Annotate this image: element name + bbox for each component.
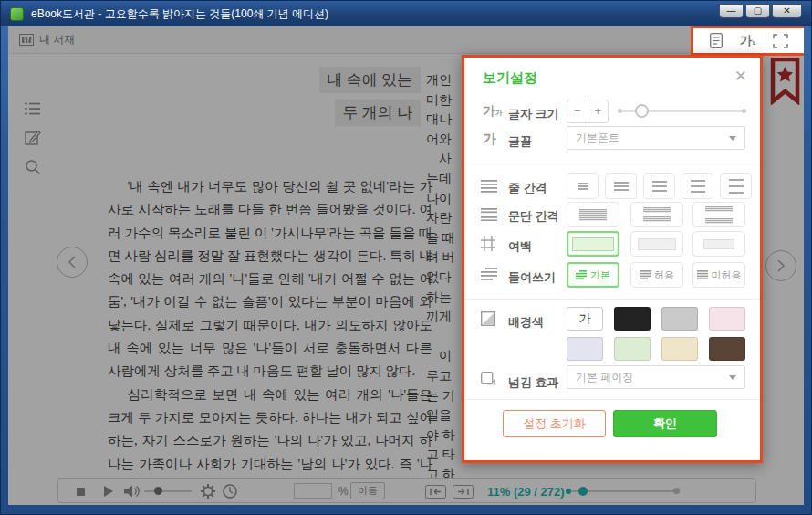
page-turn-effect-select[interactable]: 기본 페이징: [567, 365, 745, 389]
font-size-slider-handle[interactable]: [635, 104, 649, 118]
maximize-button[interactable]: ▢: [745, 4, 770, 18]
font-size-stepper: − +: [567, 100, 609, 123]
minimize-button[interactable]: —: [719, 4, 744, 18]
line-spacing-option-4[interactable]: [682, 173, 713, 199]
reader-content: 내 서재 내 속에 있는 두 개의 나 '내 속엔 내가: [8, 26, 804, 505]
background-color-icon: [481, 311, 495, 326]
window-title: eBook도서관 - 고요할수록 밝아지는 것들(100쇄 기념 에디션): [31, 6, 328, 22]
page-turn-effect-value: 기본 페이징: [576, 371, 633, 384]
font-size-slider-min-dot: [618, 109, 622, 113]
bg-swatch-pink[interactable]: [709, 307, 745, 331]
app-window: eBook도서관 - 고요할수록 밝아지는 것들(100쇄 기념 에디션) — …: [0, 0, 812, 515]
paragraph-spacing-option-3[interactable]: [692, 202, 745, 227]
bg-swatch-brown[interactable]: [709, 337, 745, 361]
font-size-icon: 가가: [483, 103, 503, 120]
indent-option-default[interactable]: 기본: [567, 262, 619, 288]
close-window-button[interactable]: ✕: [772, 4, 802, 18]
bg-swatch-dark[interactable]: [614, 307, 651, 331]
indent-disallow-icon: [697, 270, 708, 279]
window-titlebar: eBook도서관 - 고요할수록 밝아지는 것들(100쇄 기념 에디션) — …: [1, 1, 811, 26]
line-spacing-option-5[interactable]: [720, 173, 752, 199]
paragraph-spacing-icon: [481, 208, 497, 221]
margin-option-1-selected[interactable]: [567, 231, 619, 257]
indent-option-label: 허용: [654, 268, 674, 282]
margin-icon: [481, 236, 495, 251]
indent-label: 들여쓰기: [508, 269, 556, 286]
close-panel-icon[interactable]: ✕: [734, 67, 747, 86]
indent-icon: [481, 268, 497, 280]
app-logo-icon: [10, 7, 24, 21]
margin-option-2[interactable]: [630, 231, 683, 257]
line-spacing-option-1[interactable]: [567, 173, 599, 199]
view-settings-icon[interactable]: 가ʟ: [740, 33, 756, 49]
divider: [464, 399, 760, 400]
font-size-decrease-button[interactable]: −: [567, 100, 588, 122]
font-label: 글꼴: [508, 133, 532, 150]
line-spacing-label: 줄 간격: [508, 180, 547, 196]
indent-option-disallow[interactable]: 미허용: [692, 262, 745, 288]
indent-option-allow[interactable]: 허용: [630, 262, 683, 288]
page-turn-effect-label: 넘김 효과: [508, 374, 559, 391]
view-settings-panel: 보기설정 ✕ 가가 글자 크기 − + 가 글꼴 기본폰트 줄 간격: [462, 55, 763, 463]
font-select-value: 기본폰트: [576, 131, 619, 144]
font-select[interactable]: 기본폰트: [567, 126, 745, 150]
paragraph-spacing-option-1[interactable]: [567, 202, 619, 227]
paragraph-spacing-option-2[interactable]: [630, 202, 683, 227]
bg-swatch-cream[interactable]: [661, 337, 698, 361]
line-spacing-option-3[interactable]: [643, 173, 675, 199]
indent-option-label: 미허용: [712, 268, 742, 282]
reset-settings-button[interactable]: 설정 초기화: [503, 410, 606, 437]
background-color-label: 배경색: [508, 314, 544, 331]
indent-option-label: 기본: [590, 268, 610, 282]
view-tools-highlight-box: 가ʟ: [691, 26, 804, 56]
font-icon: 가: [483, 131, 496, 148]
margin-option-3[interactable]: [692, 231, 745, 257]
line-spacing-icon: [481, 180, 497, 193]
paragraph-spacing-label: 문단 간격: [508, 208, 559, 225]
page-turn-effect-icon: [481, 372, 495, 385]
font-size-increase-button[interactable]: +: [588, 100, 609, 122]
font-size-slider-max-dot: [742, 109, 746, 113]
margin-label: 여백: [508, 238, 532, 255]
indent-default-icon: [576, 270, 587, 279]
font-size-label: 글자 크기: [508, 106, 559, 122]
bg-swatch-green[interactable]: [614, 337, 651, 361]
indent-allow-icon: [640, 270, 651, 279]
divider: [464, 163, 760, 163]
line-spacing-option-2[interactable]: [605, 173, 637, 199]
fullscreen-icon[interactable]: [773, 34, 788, 48]
bg-swatch-white[interactable]: 가: [567, 307, 603, 331]
bg-swatch-gray[interactable]: [661, 307, 698, 331]
book-info-icon[interactable]: [710, 33, 723, 48]
panel-title: 보기설정: [483, 69, 537, 87]
bg-swatch-lavender[interactable]: [567, 337, 603, 361]
divider: [464, 299, 760, 300]
confirm-button[interactable]: 확인: [613, 410, 717, 437]
